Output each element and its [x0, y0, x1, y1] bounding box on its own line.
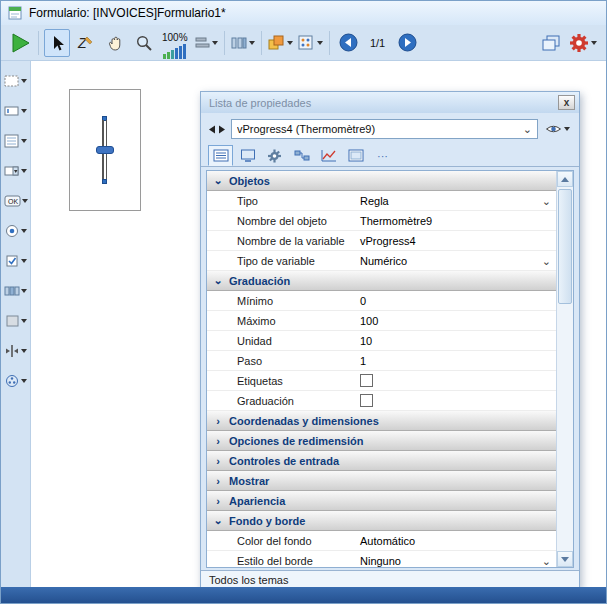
property-row-tipo-de-variable: Tipo de variableNumérico⌄ [207, 251, 556, 271]
zoom-level-widget[interactable]: 100% [160, 27, 190, 59]
property-value[interactable]: Thermomètre9 [355, 215, 556, 227]
property-label: Unidad [207, 335, 355, 347]
grid-magnet-icon [298, 35, 315, 50]
svg-text:Z: Z [77, 35, 87, 51]
property-value[interactable] [355, 394, 556, 407]
property-value[interactable]: 0 [355, 295, 556, 307]
chevron-down-icon [21, 349, 27, 353]
ruler-thumb[interactable] [96, 146, 114, 154]
themes-footer[interactable]: Todos los temas [201, 570, 579, 588]
view-options-button[interactable] [543, 121, 572, 137]
views-button[interactable] [538, 29, 564, 57]
tab-connections[interactable] [289, 145, 314, 166]
property-value[interactable] [355, 374, 556, 387]
section-header-opciones-de-redimensi-n[interactable]: ›Opciones de redimensión [207, 431, 556, 451]
select-tool-button[interactable] [44, 29, 70, 57]
section-header-fondo-y-borde[interactable]: ⌄Fondo y borde [207, 511, 556, 531]
chevron-down-icon: ⌄ [213, 514, 223, 527]
eye-icon [545, 123, 562, 135]
form-object-bounds[interactable] [69, 89, 141, 211]
chevron-right-icon: › [213, 435, 223, 447]
scrollbar-thumb[interactable] [558, 189, 572, 304]
scroll-up-button[interactable] [557, 171, 573, 187]
section-header-coordenadas-y-dimensiones[interactable]: ›Coordenadas y dimensiones [207, 411, 556, 431]
section-title: Coordenadas y dimensiones [229, 415, 379, 427]
zoom-bars-icon[interactable] [163, 43, 186, 59]
tab-property-list[interactable] [208, 145, 233, 166]
property-list-panel: Lista de propiedades x vProgress4 (Therm… [200, 91, 580, 589]
tool-checkbox[interactable] [2, 250, 29, 271]
next-object-button[interactable] [218, 125, 226, 134]
value-text: Regla [360, 195, 389, 207]
previous-object-button[interactable] [208, 125, 216, 134]
section-header-objetos[interactable]: ⌄Objetos [207, 171, 556, 191]
checkbox[interactable] [360, 394, 373, 407]
settings-menu-button[interactable] [568, 29, 598, 57]
page-indicator: 1/1 [366, 37, 390, 49]
layers-color-icon [268, 35, 285, 50]
property-value[interactable]: Automático [355, 535, 556, 547]
zoom-tool-button[interactable] [131, 29, 157, 57]
level-menu-button[interactable] [267, 29, 294, 57]
property-value[interactable]: 1 [355, 355, 556, 367]
tool-splitter[interactable] [2, 340, 29, 361]
property-value[interactable]: vProgress4 [355, 235, 556, 247]
tool-list-box[interactable] [2, 130, 29, 151]
tool-text-area[interactable] [2, 70, 29, 91]
execute-form-button[interactable] [7, 29, 33, 57]
chevron-down-icon[interactable]: ⌄ [542, 257, 556, 265]
tool-button-grid[interactable] [2, 280, 29, 301]
chevron-down-icon[interactable]: ⌄ [542, 197, 556, 205]
property-value[interactable]: 10 [355, 335, 556, 347]
property-value[interactable]: 100 [355, 315, 556, 327]
property-value[interactable]: Regla⌄ [355, 195, 556, 207]
order-entry-tool-button[interactable]: Z [73, 29, 99, 57]
tool-button[interactable]: OK [2, 190, 29, 211]
chevron-right-icon: › [213, 475, 223, 487]
value-text: 10 [360, 335, 372, 347]
next-page-button[interactable] [398, 33, 417, 52]
close-button[interactable]: x [558, 95, 575, 110]
tool-tab-control[interactable] [2, 370, 29, 391]
previous-page-button[interactable] [339, 33, 358, 52]
property-label: Nombre de la variable [207, 235, 355, 247]
align-menu-button[interactable] [193, 29, 219, 57]
chevron-right-icon: › [213, 415, 223, 427]
tool-input-field[interactable] [2, 100, 29, 121]
tab-chart[interactable] [316, 145, 341, 166]
section-header-graduaci-n[interactable]: ⌄Graduación [207, 271, 556, 291]
chevron-down-icon [564, 127, 570, 131]
grid-menu-button[interactable] [297, 29, 324, 57]
section-title: Controles de entrada [229, 455, 339, 467]
section-header-apariencia[interactable]: ›Apariencia [207, 491, 556, 511]
property-list-titlebar[interactable]: Lista de propiedades x [201, 92, 579, 113]
property-value[interactable]: Numérico⌄ [355, 255, 556, 267]
chevron-down-icon[interactable]: ⌄ [542, 557, 556, 565]
tool-combo-box[interactable] [2, 160, 29, 181]
scrollbar-track[interactable] [557, 187, 573, 551]
tool-radio-button[interactable] [2, 220, 29, 241]
distribute-menu-button[interactable] [230, 29, 256, 57]
vertical-scrollbar[interactable] [556, 171, 573, 567]
property-row-graduaci-n: Graduación [207, 391, 556, 411]
tab-objects[interactable] [235, 145, 260, 166]
property-value[interactable]: Ninguno⌄ [355, 555, 556, 567]
main-toolbar: Z 100% [1, 25, 606, 61]
checkbox[interactable] [360, 374, 373, 387]
section-header-mostrar[interactable]: ›Mostrar [207, 471, 556, 491]
tab-more[interactable]: ··· [370, 145, 395, 166]
gear-icon [569, 33, 589, 53]
property-row-m-ximo: Máximo100 [207, 311, 556, 331]
section-title: Graduación [229, 275, 290, 287]
pan-hand-tool-button[interactable] [102, 29, 128, 57]
section-header-controles-de-entrada[interactable]: ›Controles de entrada [207, 451, 556, 471]
tab-settings[interactable] [262, 145, 287, 166]
tool-group-box[interactable] [2, 310, 29, 331]
tab-display[interactable] [343, 145, 368, 166]
scroll-down-button[interactable] [557, 551, 573, 567]
zoom-level-label: 100% [162, 32, 188, 43]
title-bar: Formulario: [INVOICES]Formulario1* [1, 1, 606, 25]
object-selector-dropdown[interactable]: vProgress4 (Thermomètre9) ⌄ [231, 119, 538, 139]
toolbar-separator [224, 31, 225, 55]
selection-handle[interactable] [102, 179, 107, 184]
